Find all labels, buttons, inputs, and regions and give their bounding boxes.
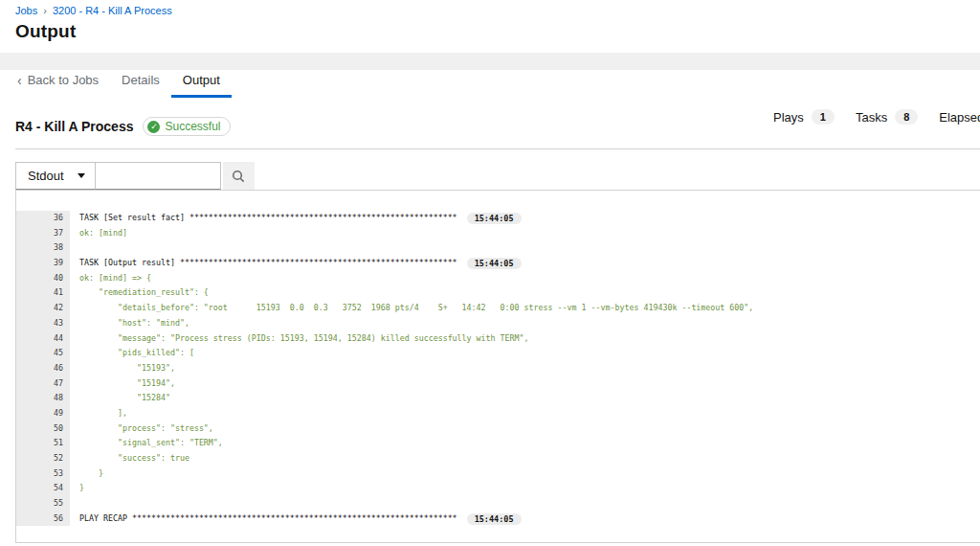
timestamp-badge: 15:44:05	[467, 258, 522, 269]
line-number: 41	[16, 285, 70, 301]
line-number: 55	[16, 496, 70, 512]
line-number: 38	[16, 240, 70, 256]
check-circle-icon: ✓	[147, 121, 160, 133]
line-number: 49	[16, 406, 70, 421]
search-icon	[232, 170, 245, 183]
console-line: 42 "details_before": "root 15193 0.0 0.3…	[16, 301, 980, 316]
console-line: 52 "success": true	[16, 451, 980, 466]
tab-details-label: Details	[122, 73, 160, 87]
breadcrumb-separator-icon: ›	[43, 5, 47, 16]
line-content: ok: [mind]	[70, 226, 127, 241]
line-content: "pids_killed": [	[70, 346, 194, 361]
stat-plays-value: 1	[812, 109, 835, 125]
header-divider	[15, 148, 980, 149]
console-line: 55	[16, 496, 980, 512]
console-line: 39 TASK [Output result] ****************…	[16, 256, 980, 271]
caret-down-icon	[78, 173, 85, 178]
line-content: PLAY RECAP *****************************…	[70, 512, 457, 527]
line-content: "15193",	[70, 361, 175, 376]
line-number: 53	[16, 466, 70, 482]
line-number: 42	[16, 301, 70, 316]
timestamp-badge: 15:44:05	[467, 513, 522, 525]
line-number: 47	[16, 376, 70, 392]
console-line: 46 "15193",	[16, 361, 980, 376]
line-number: 56	[16, 512, 70, 527]
console-line: 40 ok: [mind] => {	[16, 271, 980, 286]
line-content: "signal_sent": "TERM",	[70, 436, 223, 451]
status-badge-label: Successful	[165, 120, 220, 133]
line-number: 39	[16, 256, 70, 271]
stat-plays-label: Plays	[773, 110, 804, 125]
console-line: 54 }	[16, 481, 980, 496]
console-line: 51 "signal_sent": "TERM",	[16, 436, 980, 451]
output-toolbar: Stdout	[15, 162, 965, 190]
line-content: "remediation_result": {	[70, 285, 209, 301]
stat-tasks: Tasks 8	[856, 109, 918, 125]
console-lines: 36 TASK [Set result fact] **************…	[16, 211, 980, 526]
page-title: Output	[15, 21, 965, 42]
line-content: TASK [Set result fact] *****************…	[70, 211, 457, 226]
tab-bar: ‹ Back to Jobs Details Output	[0, 70, 980, 98]
tab-output-label: Output	[183, 73, 220, 87]
angle-left-icon: ‹	[17, 76, 22, 85]
line-content: "details_before": "root 15193 0.0 0.3 37…	[70, 301, 753, 316]
line-content: ok: [mind] => {	[70, 271, 151, 286]
job-stats: Plays 1 Tasks 8 Elapsed 00:00:10	[773, 109, 980, 125]
line-number: 54	[16, 481, 70, 496]
line-content: }	[70, 481, 84, 496]
console-line: 43 "host": "mind",	[16, 316, 980, 331]
line-number: 36	[16, 211, 70, 226]
line-number: 52	[16, 451, 70, 466]
line-number: 44	[16, 331, 70, 347]
console-line: 48 "15284"	[16, 391, 980, 406]
console-line: 47 "15194",	[16, 376, 980, 392]
search-input[interactable]	[96, 162, 221, 190]
line-number: 48	[16, 391, 70, 406]
tab-output[interactable]: Output	[171, 69, 232, 98]
line-content: }	[70, 466, 103, 482]
line-number: 43	[16, 316, 70, 331]
line-number: 37	[16, 226, 70, 241]
stat-elapsed-label: Elapsed	[939, 110, 980, 125]
status-badge: ✓ Successful	[143, 117, 231, 136]
console-line: 53 }	[16, 466, 980, 482]
search-button[interactable]	[223, 162, 255, 190]
stat-elapsed: Elapsed 00:00:10	[939, 109, 980, 125]
breadcrumb: Jobs › 3200 - R4 - Kill A Process	[15, 5, 965, 16]
line-number: 45	[16, 346, 70, 361]
stat-plays: Plays 1	[773, 109, 835, 125]
stat-tasks-value: 8	[895, 109, 918, 125]
line-number: 46	[16, 361, 70, 376]
timestamp-badge: 15:44:05	[467, 213, 522, 224]
line-number: 40	[16, 271, 70, 286]
console-line: 36 TASK [Set result fact] **************…	[16, 211, 980, 226]
console-line: 37 ok: [mind]	[16, 226, 980, 241]
line-content: ],	[70, 406, 127, 421]
line-content: "15284"	[70, 391, 170, 406]
console-line: 41 "remediation_result": {	[16, 285, 980, 301]
output-filter-select[interactable]: Stdout	[15, 162, 96, 190]
console-line: 38	[16, 240, 980, 256]
tab-back-label: Back to Jobs	[28, 73, 99, 87]
line-content: TASK [Output result] *******************…	[70, 256, 457, 271]
page-background-band	[0, 53, 980, 70]
job-header: R4 - Kill A Process ✓ Successful Plays 1…	[0, 98, 980, 142]
line-content: "success": true	[70, 451, 189, 466]
line-number: 50	[16, 421, 70, 437]
top-header: Jobs › 3200 - R4 - Kill A Process Output	[0, 0, 980, 53]
breadcrumb-link-job[interactable]: 3200 - R4 - Kill A Process	[53, 5, 172, 16]
tab-details[interactable]: Details	[110, 69, 171, 98]
console-output[interactable]: 36 TASK [Set result fact] **************…	[15, 190, 980, 543]
console-line: 49 ],	[16, 406, 980, 421]
breadcrumb-link-jobs[interactable]: Jobs	[15, 5, 37, 16]
console-line: 44 "message": "Process stress (PIDs: 151…	[16, 331, 980, 347]
console-line: 45 "pids_killed": [	[16, 346, 980, 361]
output-filter-value: Stdout	[28, 169, 64, 183]
line-content: "host": "mind",	[70, 316, 189, 331]
line-number: 51	[16, 436, 70, 451]
tab-back-to-jobs[interactable]: ‹ Back to Jobs	[6, 69, 110, 98]
console-line: 56 PLAY RECAP **************************…	[16, 512, 980, 527]
line-content: "process": "stress",	[70, 421, 213, 437]
line-content: "15194",	[70, 376, 175, 392]
console-line: 50 "process": "stress",	[16, 421, 980, 437]
